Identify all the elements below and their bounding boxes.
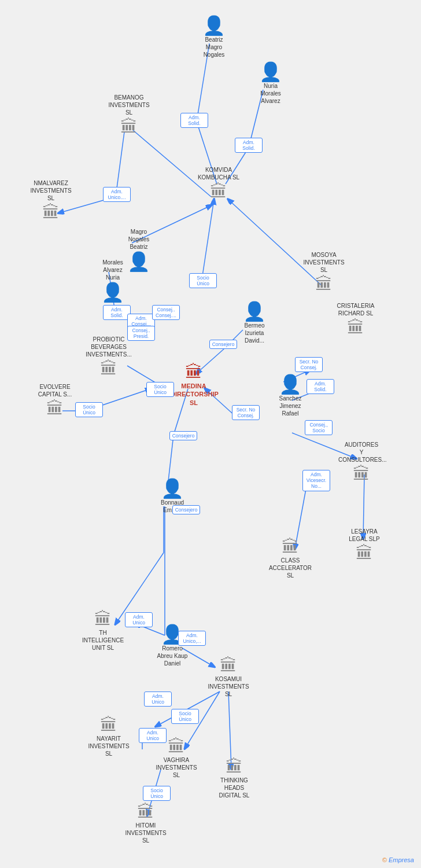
label-beatriz: BeatrizMagroNogales xyxy=(191,36,237,58)
badge-consej-consej: Consej..Consej.... xyxy=(152,305,180,320)
building-icon-hitomi: 🏛 xyxy=(137,803,154,821)
badge-socio-unico-2: SocioÚnico xyxy=(75,402,103,417)
building-icon-evolvere: 🏛 xyxy=(46,400,64,417)
chart-container: 👤 BeatrizMagroNogales 👤 NuriaMoralesAlva… xyxy=(0,0,421,868)
person-icon-sanchez: 👤 xyxy=(279,375,302,393)
badge-consejero-3: Consejero xyxy=(172,505,200,514)
label-nayarit: NAYARITINVESTMENTSSL xyxy=(86,735,132,757)
badge-adm-solid-2: Adm.Solid. xyxy=(235,138,263,153)
node-probiotic: PROBIOTICBEVERAGESINVESTMENTS... 🏛 xyxy=(86,334,132,377)
node-hitomi: 🏛 HITOMIINVESTMENTSSL xyxy=(123,803,169,844)
building-icon-auditores: 🏛 xyxy=(353,465,370,483)
node-nmalvarez: NMALVAREZINVESTMENTSSL 🏛 xyxy=(28,178,74,221)
badge-consejero-2: Consejero xyxy=(169,431,197,440)
badge-adm-unico-4: Adm.Unico xyxy=(144,692,172,707)
node-mosoya: MOSOYAINVESTMENTSSL 🏛 xyxy=(301,250,347,293)
building-icon-komvida: 🏛 xyxy=(210,183,227,200)
person-icon-nuria: 👤 xyxy=(259,62,282,81)
node-thinking-heads: 🏛 THINKINGHEADSDIGITAL SL xyxy=(211,758,257,799)
copyright-symbol: © xyxy=(382,856,387,863)
node-kosamui: 🏛 KOSAMUIINVESTMENTSSL xyxy=(205,657,252,698)
label-sanchez: SanchezJimenezRafael xyxy=(267,395,313,417)
label-lesayra: LESAYRALEGAL SLP xyxy=(341,528,387,543)
node-vaghira: 🏛 VAGHIRAINVESTMENTSSL xyxy=(153,738,200,779)
node-bermeo: 👤 BermeoIzurietaDavid... xyxy=(231,302,278,344)
node-evolvere: EVOLVERECAPITAL S... 🏛 xyxy=(32,382,78,417)
building-icon-kosamui: 🏛 xyxy=(220,657,237,674)
connections-svg xyxy=(0,0,421,868)
node-beatriz: 👤 BeatrizMagroNogales xyxy=(191,16,237,58)
building-icon-bemanog: 🏛 xyxy=(120,118,138,135)
node-nayarit: 🏛 NAYARITINVESTMENTSSL xyxy=(86,716,132,757)
node-nuria: 👤 NuriaMoralesAlvarez xyxy=(248,62,294,105)
badge-socio-unico-3: SocioÚnico xyxy=(146,382,174,397)
building-icon-medina: 🏛 xyxy=(185,363,202,381)
label-magro: MagroNogalesBeatriz xyxy=(116,228,162,251)
label-romero: RomeroAbreu KaupDaniel xyxy=(149,645,195,667)
badge-socio-unico-5: SocioÚnico xyxy=(143,786,171,801)
node-cristaleria: CRISTALERIARICHARD SL 🏛 xyxy=(333,301,379,336)
building-icon-probiotic: 🏛 xyxy=(100,360,117,377)
label-kosamui: KOSAMUIINVESTMENTSSL xyxy=(205,675,252,698)
badge-adm-unico-3: Adm.Unico,... xyxy=(178,631,206,646)
badge-adm-vicesecr: Adm.Vicesecr.No... xyxy=(302,470,330,491)
label-evolvere: EVOLVERECAPITAL S... xyxy=(32,383,78,398)
label-cristaleria: CRISTALERIARICHARD SL xyxy=(333,302,379,317)
badge-secr-no-consej-2: Secr. NoConsej. xyxy=(295,357,323,372)
node-bemanog: BEMANOGINVESTMENTSSL 🏛 xyxy=(106,93,152,135)
label-vaghira: VAGHIRAINVESTMENTSSL xyxy=(153,756,200,779)
building-icon-thinking: 🏛 xyxy=(226,758,243,775)
building-icon-mosoya: 🏛 xyxy=(315,275,333,293)
label-hitomi: HITOMIINVESTMENTSSL xyxy=(123,822,169,844)
node-sanchez: 👤 SanchezJimenezRafael xyxy=(267,375,313,417)
badge-consej-socio: Consej.,Socio xyxy=(305,420,333,435)
label-bemanog-top: BEMANOGINVESTMENTSSL xyxy=(106,94,152,116)
person-icon-bonnaud: 👤 xyxy=(161,479,184,498)
label-morales: MoralesAlvarezNuria xyxy=(90,259,136,281)
label-komvida: KOMVIDAKOMBUCHA SL xyxy=(195,166,242,181)
label-nuria: NuriaMoralesAlvarez xyxy=(248,82,294,105)
badge-secr-no-consej-1: Secr. NoConsej. xyxy=(232,405,260,420)
label-mosoya: MOSOYAINVESTMENTSSL xyxy=(301,251,347,274)
badge-adm-unico-2: Adm.Unico xyxy=(125,612,153,627)
badge-consejero-1: Consejero xyxy=(209,340,237,349)
brand-name: Empresa xyxy=(389,856,414,863)
label-medina: MEDINADIRECTORSHIPSL xyxy=(171,382,217,407)
node-class-accelerator: 🏛 CLASSACCELERATORSL xyxy=(267,538,313,579)
node-komvida: KOMVIDAKOMBUCHA SL 🏛 xyxy=(195,165,242,200)
footer: © Empresa xyxy=(382,856,414,863)
node-morales: MoralesAlvarezNuria 👤 xyxy=(90,258,136,301)
building-icon-th: 🏛 xyxy=(94,610,112,628)
badge-adm-solid-1: Adm.Solid. xyxy=(180,113,208,128)
node-lesayra: LESAYRALEGAL SLP 🏛 xyxy=(341,527,387,562)
node-auditores: AUDITORESYCONSULTORES... 🏛 xyxy=(338,440,385,483)
building-icon-class: 🏛 xyxy=(282,538,299,556)
badge-socio-unico-4: SocioÚnico xyxy=(171,709,199,724)
badge-adm-unico-1: Adm.Unico.... xyxy=(103,187,131,202)
label-thinking: THINKINGHEADSDIGITAL SL xyxy=(211,777,257,799)
person-icon-morales: 👤 xyxy=(101,283,124,301)
person-icon-bermeo: 👤 xyxy=(243,302,266,321)
building-icon-nmalvarez: 🏛 xyxy=(42,204,60,221)
badge-adm-solid-3: Adm.Solid. xyxy=(103,305,131,320)
label-auditores: AUDITORESYCONSULTORES... xyxy=(338,441,385,464)
node-medina[interactable]: 🏛 MEDINADIRECTORSHIPSL xyxy=(171,363,217,407)
label-probiotic: PROBIOTICBEVERAGESINVESTMENTS... xyxy=(86,336,132,358)
label-bermeo: BermeoIzurietaDavid... xyxy=(231,322,278,344)
building-icon-vaghira: 🏛 xyxy=(168,738,185,755)
label-nmalvarez: NMALVAREZINVESTMENTSSL xyxy=(28,179,74,202)
label-class: CLASSACCELERATORSL xyxy=(267,557,313,579)
building-icon-nayarit: 🏛 xyxy=(100,716,117,734)
node-th-intelligence: 🏛 THINTELLIGENCEUNIT SL xyxy=(80,610,126,652)
label-th: THINTELLIGENCEUNIT SL xyxy=(80,629,126,652)
svg-line-33 xyxy=(201,200,214,284)
person-icon-beatriz: 👤 xyxy=(202,16,226,35)
building-icon-lesayra: 🏛 xyxy=(356,545,373,562)
building-icon-cristaleria: 🏛 xyxy=(347,319,364,336)
badge-socio-unico-1: SocioÚnico xyxy=(189,273,217,288)
